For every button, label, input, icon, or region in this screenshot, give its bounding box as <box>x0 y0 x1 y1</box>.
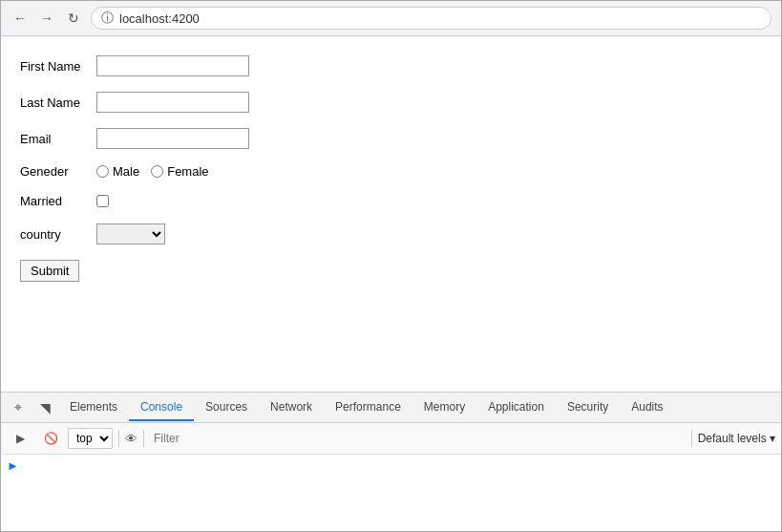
male-label: Male <box>113 164 139 179</box>
female-label: Female <box>167 164 208 179</box>
tab-elements[interactable]: Elements <box>58 394 129 421</box>
tab-sources[interactable]: Sources <box>194 394 259 421</box>
submit-button[interactable]: Submit <box>20 260 79 282</box>
default-levels[interactable]: Default levels ▾ <box>698 432 775 445</box>
first-name-input[interactable] <box>96 55 249 76</box>
first-name-label: First Name <box>20 59 96 74</box>
devtools-content: ► <box>1 455 781 531</box>
filter-input[interactable] <box>150 431 686 446</box>
email-input[interactable] <box>96 128 249 149</box>
last-name-input[interactable] <box>96 92 249 113</box>
tab-audits[interactable]: Audits <box>620 394 674 421</box>
first-name-row: First Name <box>20 55 762 76</box>
refresh-button[interactable]: ↻ <box>64 9 83 28</box>
context-select[interactable]: top <box>68 428 113 449</box>
male-radio[interactable] <box>96 165 109 178</box>
tab-application[interactable]: Application <box>476 394 556 421</box>
clear-icon[interactable]: 🚫 <box>37 425 64 452</box>
female-option[interactable]: Female <box>151 164 208 179</box>
info-icon: ⓘ <box>101 10 114 27</box>
device-icon[interactable]: ◥ <box>32 394 58 421</box>
tab-memory[interactable]: Memory <box>412 394 476 421</box>
default-levels-label: Default levels ▾ <box>698 432 775 445</box>
separator2 <box>143 430 144 447</box>
female-radio[interactable] <box>151 165 163 178</box>
married-row: Married <box>20 194 762 208</box>
email-row: Email <box>20 128 762 149</box>
page-content: First Name Last Name Email Geneder Male <box>1 36 781 392</box>
back-button[interactable]: ← <box>11 9 30 28</box>
country-select[interactable]: USA UK India Canada <box>96 223 165 245</box>
devtools-toolbar: ▶ 🚫 top 👁 Default levels ▾ <box>1 423 781 455</box>
separator3 <box>691 430 692 447</box>
address-bar: ⓘ localhost:4200 <box>91 7 771 30</box>
country-label: country <box>20 227 96 242</box>
country-row: country USA UK India Canada <box>20 223 762 245</box>
submit-row: Submit <box>20 260 762 282</box>
console-arrow: ► <box>7 458 19 473</box>
tab-network[interactable]: Network <box>259 394 324 421</box>
separator <box>118 430 119 447</box>
devtools-panel: ⌖ ◥ Elements Console Sources Network Per… <box>1 392 781 531</box>
url-display: localhost:4200 <box>119 11 200 26</box>
forward-button[interactable]: → <box>37 9 56 28</box>
last-name-row: Last Name <box>20 92 762 113</box>
devtools-tabs: ⌖ ◥ Elements Console Sources Network Per… <box>1 393 781 423</box>
married-label: Married <box>20 194 96 208</box>
run-icon[interactable]: ▶ <box>7 425 33 452</box>
gender-options: Male Female <box>96 164 209 179</box>
tab-console[interactable]: Console <box>129 394 194 421</box>
eye-icon: 👁 <box>125 432 137 446</box>
browser-toolbar: ← → ↻ ⓘ localhost:4200 <box>1 1 781 36</box>
married-checkbox[interactable] <box>96 195 109 207</box>
email-label: Email <box>20 132 96 146</box>
tab-performance[interactable]: Performance <box>324 394 412 421</box>
gender-label: Geneder <box>20 164 96 179</box>
male-option[interactable]: Male <box>96 164 139 179</box>
gender-row: Geneder Male Female <box>20 164 762 179</box>
cursor-icon[interactable]: ⌖ <box>5 394 32 421</box>
tab-security[interactable]: Security <box>556 394 620 421</box>
last-name-label: Last Name <box>20 96 96 110</box>
